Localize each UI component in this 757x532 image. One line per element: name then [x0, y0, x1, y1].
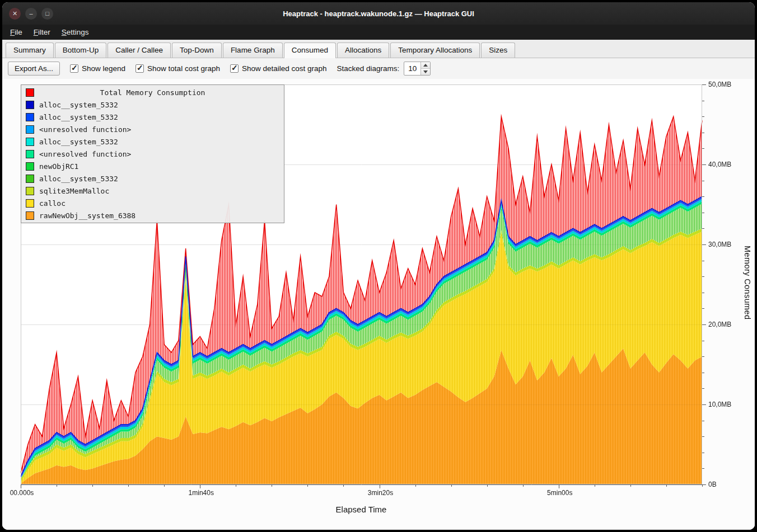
legend-swatch: [26, 187, 34, 195]
window-controls: ✕ – □: [9, 8, 53, 20]
legend-swatch: [26, 138, 34, 146]
legend-title-row: Total Memory Consumption: [21, 86, 284, 98]
tab-top-down[interactable]: Top-Down: [172, 43, 222, 58]
stacked-diagrams-value[interactable]: 10: [404, 62, 420, 75]
minimize-button[interactable]: –: [25, 8, 37, 20]
close-icon: ✕: [12, 8, 17, 20]
legend-label: calloc: [39, 199, 66, 208]
x-axis-label: Elapsed Time: [2, 505, 720, 514]
legend-swatch: [26, 211, 34, 220]
export-as-button[interactable]: Export As...: [8, 62, 60, 76]
legend-item: alloc__system_5332: [21, 111, 284, 123]
tab-summary[interactable]: Summary: [6, 43, 54, 58]
legend-swatch: [26, 175, 34, 183]
legend-item: newObjRC1: [21, 160, 284, 172]
legend-swatch: [26, 125, 34, 134]
legend-swatch: [26, 150, 34, 158]
close-button[interactable]: ✕: [9, 8, 21, 20]
legend-item: alloc__system_5332: [21, 135, 284, 148]
legend-label: alloc__system_5332: [39, 138, 118, 146]
legend-swatch: [26, 113, 34, 121]
show-detailed-cost-checkbox-group[interactable]: Show detailed cost graph: [230, 64, 327, 73]
tab-allocations[interactable]: Allocations: [337, 43, 389, 58]
legend-item: alloc__system_5332: [21, 98, 284, 111]
titlebar[interactable]: ✕ – □ Heaptrack - heaptrack.wakunode.1.g…: [2, 2, 755, 25]
legend-item: calloc: [21, 197, 284, 209]
legend-item: alloc__system_5332: [21, 172, 284, 185]
stacked-diagrams-decrement[interactable]: [421, 68, 430, 75]
menu-settings[interactable]: Settings: [56, 26, 95, 39]
show-legend-label: Show legend: [82, 64, 125, 73]
toolbar: Export As... Show legend Show total cost…: [2, 58, 755, 79]
legend-label: newObjRC1: [39, 162, 78, 171]
show-legend-checkbox[interactable]: [70, 64, 78, 73]
legend-label: alloc__system_5332: [39, 175, 118, 183]
tab-caller-callee[interactable]: Caller / Callee: [108, 43, 171, 58]
tab-temporary-allocations[interactable]: Temporary Allocations: [390, 43, 480, 58]
show-total-cost-checkbox-group[interactable]: Show total cost graph: [135, 64, 220, 73]
maximize-button[interactable]: □: [41, 8, 53, 20]
legend-label: alloc__system_5332: [39, 113, 118, 121]
tab-consumed[interactable]: Consumed: [284, 43, 336, 58]
legend-item: <unresolved function>: [21, 123, 284, 135]
arrow-up-icon: [423, 64, 428, 67]
show-total-cost-checkbox[interactable]: [135, 64, 144, 73]
maximize-icon: □: [45, 8, 49, 20]
tab-flame-graph[interactable]: Flame Graph: [223, 43, 283, 58]
arrow-down-icon: [423, 70, 428, 73]
legend-label: sqlite3MemMalloc: [39, 187, 109, 195]
legend-swatch: [26, 199, 34, 208]
show-detailed-cost-label: Show detailed cost graph: [242, 64, 327, 73]
legend-item: rawNewObj__system_6388: [21, 209, 284, 222]
legend-item: sqlite3MemMalloc: [21, 185, 284, 197]
show-legend-checkbox-group[interactable]: Show legend: [70, 64, 125, 73]
show-detailed-cost-checkbox[interactable]: [230, 64, 239, 73]
menu-filter[interactable]: Filter: [28, 26, 56, 39]
menu-file[interactable]: File: [4, 26, 28, 39]
legend-swatch: [26, 162, 34, 171]
stacked-diagrams-spinbox[interactable]: 10: [404, 62, 431, 76]
y-axis-label: Memory Consumed: [743, 246, 752, 320]
chart-legend: Total Memory Consumption alloc__system_5…: [21, 84, 284, 223]
legend-label: rawNewObj__system_6388: [39, 211, 135, 220]
legend-swatch: [26, 101, 34, 109]
stacked-diagrams-increment[interactable]: [421, 62, 430, 68]
stacked-diagrams-label: Stacked diagrams:: [337, 64, 400, 73]
spin-buttons: [420, 62, 430, 75]
tabbar: Summary Bottom-Up Caller / Callee Top-Do…: [2, 40, 755, 58]
tab-sizes[interactable]: Sizes: [481, 43, 515, 58]
minimize-icon: –: [29, 8, 32, 20]
show-total-cost-label: Show total cost graph: [147, 64, 220, 73]
tab-bottom-up[interactable]: Bottom-Up: [55, 43, 107, 58]
legend-label: <unresolved function>: [39, 125, 131, 134]
legend-title: Total Memory Consumption: [39, 88, 266, 97]
heaptrack-window: ✕ – □ Heaptrack - heaptrack.wakunode.1.g…: [2, 2, 755, 530]
legend-label: <unresolved function>: [39, 150, 131, 158]
screen: ✕ – □ Heaptrack - heaptrack.wakunode.1.g…: [0, 0, 757, 532]
window-title: Heaptrack - heaptrack.wakunode.1.gz — He…: [2, 10, 755, 18]
legend-label: alloc__system_5332: [39, 101, 118, 109]
legend-item: <unresolved function>: [21, 148, 284, 160]
menubar: File Filter Settings: [2, 25, 755, 40]
legend-swatch-total: [26, 88, 34, 97]
chart-panel: Total Memory Consumption alloc__system_5…: [2, 79, 755, 530]
